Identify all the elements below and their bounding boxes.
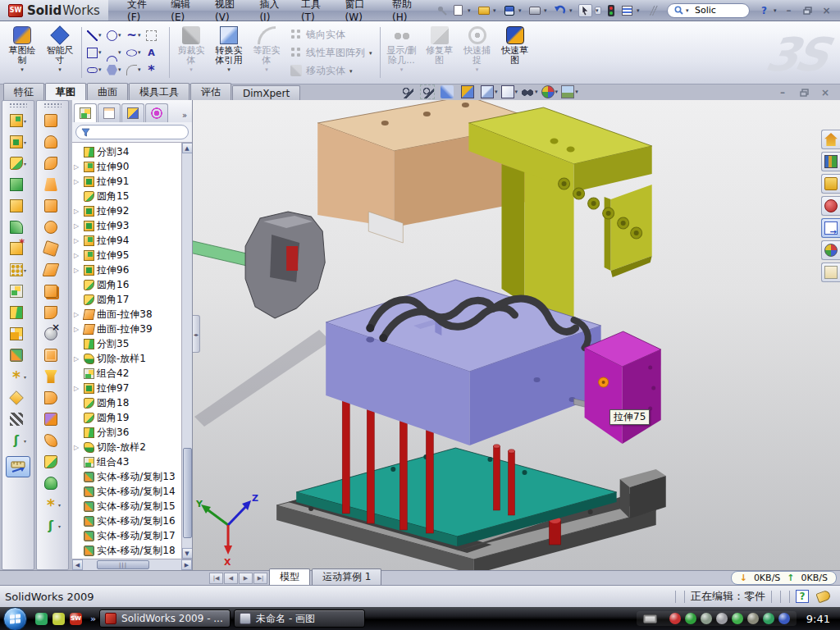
ribbon-tab[interactable]: 评估 bbox=[190, 83, 231, 100]
feature-tree-item[interactable]: ▷ 曲面-拉伸39 bbox=[74, 322, 192, 336]
taskbar-task-button[interactable]: SolidWorks 2009 - ... bbox=[99, 609, 231, 628]
rectangle-icon[interactable]: ▾ bbox=[87, 44, 105, 62]
feature-tree-item[interactable]: ▷ 圆角18 bbox=[74, 395, 192, 410]
network-speed-widget[interactable]: ↓ 0KB/S ↑ 0KB/S bbox=[731, 571, 837, 585]
expand-arrow-icon[interactable]: ▷ bbox=[74, 385, 81, 392]
feature-tree-item[interactable]: ▷ 圆角17 bbox=[74, 292, 192, 307]
quick-messenger-icon[interactable] bbox=[35, 613, 48, 625]
view-palette-icon[interactable] bbox=[821, 218, 840, 238]
close-button[interactable]: × bbox=[818, 4, 835, 17]
trim-surface-icon[interactable]: ▾ bbox=[37, 409, 68, 430]
start-button[interactable] bbox=[3, 607, 27, 630]
keyboard-layout-icon[interactable] bbox=[643, 614, 657, 623]
expand-arrow-icon[interactable]: ▷ bbox=[74, 311, 81, 318]
hide-show-items-icon[interactable]: ▾ bbox=[521, 85, 538, 98]
command-button[interactable]: 镜向实体 ▾ bbox=[287, 26, 376, 43]
tray-security-plus-icon[interactable] bbox=[763, 613, 774, 624]
tab-nav-button[interactable]: |◀ bbox=[209, 573, 223, 584]
move-body-icon[interactable]: ▾ bbox=[2, 323, 34, 345]
replace-face-icon[interactable]: ▾ bbox=[37, 345, 68, 366]
trace-icon[interactable]: ▾ bbox=[146, 27, 164, 44]
minimize-button[interactable]: – bbox=[780, 4, 797, 17]
boundary-surface-icon[interactable]: ▾ bbox=[37, 195, 68, 217]
tray-update-icon[interactable] bbox=[701, 613, 712, 624]
spline-icon[interactable]: ▾ bbox=[126, 27, 144, 44]
display-style-icon[interactable]: ▾ bbox=[501, 85, 518, 98]
scroll-up-button[interactable]: ▲ bbox=[182, 143, 193, 153]
revolved-surface-icon[interactable]: ▾ bbox=[37, 131, 68, 153]
quick-solidworks-icon[interactable]: SW bbox=[70, 613, 82, 625]
feature-tree-item[interactable]: ▷ 实体-移动/复制18 bbox=[74, 543, 192, 558]
panel-tabs-overflow[interactable]: » bbox=[179, 111, 190, 122]
feature-tree-item[interactable]: ▷ 切除-放样1 bbox=[74, 351, 192, 366]
plane-icon[interactable]: ▾ bbox=[2, 387, 34, 409]
tree-horizontal-scrollbar[interactable]: ◀ ||| ▶ bbox=[72, 559, 192, 570]
feature-tree-item[interactable]: ▷ 分割36 bbox=[74, 425, 192, 440]
sketch-fillet-icon[interactable]: ▾ bbox=[126, 62, 144, 79]
search-input[interactable] bbox=[695, 5, 742, 16]
reference-geometry-icon[interactable]: ▾ bbox=[37, 494, 68, 515]
tab-nav-button[interactable]: ▶ bbox=[239, 573, 253, 584]
feature-tree-item[interactable]: ▷ 切除-放样2 bbox=[74, 440, 192, 454]
untrim-surface-icon[interactable]: ▾ bbox=[37, 366, 68, 387]
ellipse-icon[interactable]: ▾ bbox=[126, 44, 144, 62]
tag-icon[interactable] bbox=[815, 590, 831, 604]
command-button[interactable]: 移动实体 ▾ bbox=[287, 62, 376, 79]
part-block-magenta[interactable] bbox=[585, 331, 661, 444]
feature-tree-item[interactable]: ▷ 拉伸91 bbox=[74, 174, 192, 189]
model-tab[interactable]: 运动算例 1 bbox=[312, 568, 381, 585]
curve-icon[interactable]: ▾ bbox=[2, 430, 34, 451]
search-icon[interactable] bbox=[821, 196, 840, 216]
ribbon-tab[interactable]: DimXpert bbox=[232, 85, 300, 100]
command-button[interactable]: 智能尺 寸 ▾ bbox=[41, 24, 79, 81]
file-explorer-icon[interactable] bbox=[821, 174, 840, 194]
offset-surface-icon[interactable]: ▾ bbox=[37, 281, 68, 302]
arc-icon[interactable]: ▾ bbox=[107, 44, 125, 62]
ink-gesture-icon[interactable] bbox=[646, 4, 660, 17]
expand-arrow-icon[interactable]: ▷ bbox=[74, 237, 81, 244]
ruled-surface-icon[interactable]: ▾ bbox=[37, 302, 68, 323]
expand-arrow-icon[interactable]: ▷ bbox=[74, 178, 81, 185]
feature-tree-item[interactable]: ▷ 拉伸94 bbox=[74, 233, 192, 248]
ribbon-tab[interactable]: 草图 bbox=[45, 83, 86, 100]
feature-tree-item[interactable]: ▷ 组合43 bbox=[74, 454, 192, 469]
lofted-surface-icon[interactable]: ▾ bbox=[37, 174, 68, 195]
select-cursor-button[interactable] bbox=[578, 4, 592, 17]
solidworks-resources-icon[interactable] bbox=[821, 130, 840, 149]
doc-restore-button[interactable] bbox=[796, 86, 812, 98]
open-button[interactable] bbox=[477, 4, 491, 17]
command-button[interactable]: 快速草 图 ▾ bbox=[496, 24, 534, 81]
command-button[interactable]: 修复草 图 ▾ bbox=[421, 24, 459, 81]
swept-surface-icon[interactable]: ▾ bbox=[37, 153, 68, 174]
knit-surface-icon[interactable]: ▾ bbox=[37, 430, 68, 451]
freeform-icon[interactable]: ▾ bbox=[37, 238, 68, 259]
save-button[interactable] bbox=[502, 4, 516, 17]
save-dropdown[interactable]: ▾ bbox=[518, 7, 525, 14]
extruded-cut-icon[interactable]: ▾ bbox=[2, 131, 34, 153]
filled-surface-icon[interactable]: ▾ bbox=[37, 217, 68, 238]
feature-tree-item[interactable]: ▷ 实体-移动/复制16 bbox=[74, 514, 192, 528]
graphics-viewport[interactable]: Y Z X 拉伸75 ◂▸ bbox=[193, 100, 840, 570]
extruded-boss-icon[interactable]: ▾ bbox=[2, 110, 34, 131]
pin-icon[interactable] bbox=[435, 4, 449, 17]
options-dropdown[interactable]: ▾ bbox=[637, 7, 643, 14]
expand-arrow-icon[interactable]: ▷ bbox=[74, 222, 81, 230]
expand-arrow-icon[interactable]: ▷ bbox=[74, 163, 81, 171]
command-button[interactable]: 剪裁实 体 ▾ bbox=[172, 24, 210, 81]
zoom-to-fit-icon[interactable]: ▾ bbox=[400, 85, 418, 98]
planar-surface-icon[interactable]: ▾ bbox=[37, 259, 68, 281]
quick-launcher-icon[interactable] bbox=[52, 613, 65, 625]
part-bracket-yellow[interactable] bbox=[468, 107, 651, 323]
expand-arrow-icon[interactable]: ▷ bbox=[74, 326, 81, 333]
command-button[interactable]: 转换实 体引用 ▾ bbox=[210, 24, 248, 81]
zoom-to-area-icon[interactable]: ▾ bbox=[421, 85, 438, 98]
part-clamp-gray[interactable] bbox=[193, 212, 325, 318]
undo-button[interactable] bbox=[553, 4, 567, 17]
move-copy-body-icon[interactable]: ▾ bbox=[2, 345, 34, 366]
expand-arrow-icon[interactable]: ▷ bbox=[74, 208, 81, 215]
tab-feature-tree[interactable] bbox=[74, 103, 97, 122]
scrollbar-thumb[interactable] bbox=[183, 448, 192, 538]
scroll-right-button[interactable]: ▶ bbox=[181, 559, 192, 570]
panel-splitter[interactable]: ◂▸ bbox=[193, 315, 200, 353]
feature-tree-item[interactable]: ▷ 组合42 bbox=[74, 366, 192, 381]
